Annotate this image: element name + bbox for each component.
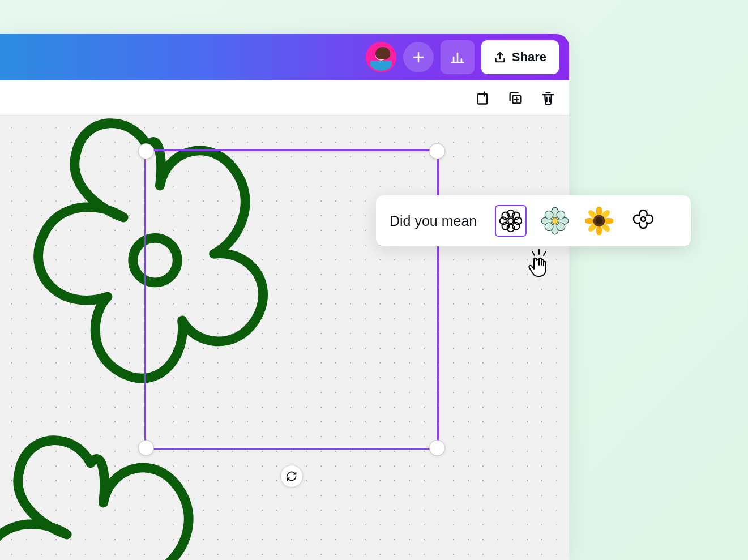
svg-point-17 bbox=[557, 211, 565, 219]
editor-window: Share bbox=[0, 34, 569, 560]
drawing-canvas[interactable] bbox=[0, 116, 569, 560]
svg-line-32 bbox=[532, 251, 535, 255]
analytics-button[interactable] bbox=[441, 40, 475, 74]
svg-point-31 bbox=[641, 217, 646, 221]
svg-point-16 bbox=[545, 211, 554, 219]
add-collaborator-button[interactable] bbox=[403, 42, 434, 72]
resize-handle-bl[interactable] bbox=[138, 440, 154, 456]
selection-box[interactable] bbox=[144, 149, 439, 450]
user-avatar[interactable] bbox=[366, 42, 396, 72]
shape-suggestion-popup: Did you mean bbox=[376, 195, 691, 246]
share-button[interactable]: Share bbox=[481, 40, 559, 74]
suggestion-option-flower-line[interactable] bbox=[627, 205, 659, 237]
svg-line-34 bbox=[544, 251, 546, 255]
svg-point-30 bbox=[596, 217, 603, 225]
svg-point-20 bbox=[552, 218, 558, 224]
add-page-button[interactable] bbox=[474, 89, 491, 106]
suggestion-prompt: Did you mean bbox=[390, 213, 477, 229]
share-label: Share bbox=[512, 50, 546, 65]
plus-icon bbox=[412, 50, 425, 64]
svg-point-3 bbox=[508, 218, 514, 223]
resize-handle-br[interactable] bbox=[429, 440, 445, 456]
resize-handle-tl[interactable] bbox=[138, 143, 154, 159]
suggestion-option-sunflower[interactable] bbox=[583, 205, 615, 237]
suggestion-option-flower-teal[interactable] bbox=[539, 205, 571, 237]
svg-rect-0 bbox=[478, 94, 487, 104]
cursor-click-icon bbox=[527, 249, 554, 279]
duplicate-button[interactable] bbox=[507, 89, 524, 106]
svg-point-19 bbox=[557, 223, 565, 231]
upload-icon bbox=[494, 51, 506, 63]
rotate-handle[interactable] bbox=[280, 465, 303, 488]
resize-handle-tr[interactable] bbox=[429, 143, 445, 159]
svg-point-18 bbox=[545, 223, 554, 231]
delete-button[interactable] bbox=[540, 89, 557, 106]
app-header: Share bbox=[0, 34, 569, 80]
chart-icon bbox=[450, 49, 465, 65]
suggestion-option-flower-outline[interactable] bbox=[495, 205, 527, 237]
